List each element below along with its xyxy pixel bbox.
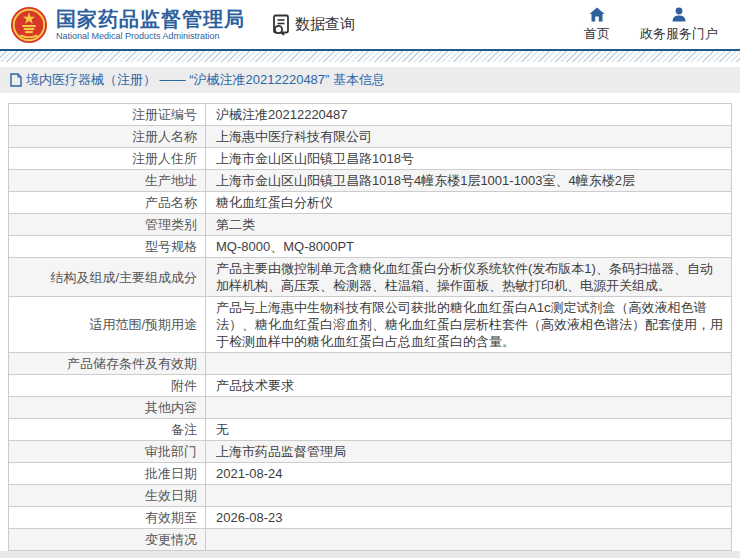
row-label: 附件 bbox=[9, 375, 206, 396]
table-row: 备注无 bbox=[9, 419, 731, 441]
page-icon bbox=[10, 73, 22, 87]
row-value: 上海市金山区山阳镇卫昌路1018号 bbox=[206, 148, 731, 169]
row-label: 适用范围/预期用途 bbox=[9, 297, 206, 352]
table-row: 有效期至2026-08-23 bbox=[9, 507, 731, 529]
row-value bbox=[206, 529, 731, 550]
table-row: 其他内容 bbox=[9, 397, 731, 419]
table-row: 产品储存条件及有效期 bbox=[9, 353, 731, 375]
row-value: 2021-08-24 bbox=[206, 463, 731, 484]
row-value: 产品与上海惠中生物科技有限公司获批的糖化血红蛋白A1c测定试剂盒（高效液相色谱法… bbox=[206, 297, 731, 352]
data-query-nav[interactable]: 数据查询 bbox=[271, 14, 355, 36]
table-row: 生产地址上海市金山区山阳镇卫昌路1018号4幢东楼1层1001-1003室、4幢… bbox=[9, 170, 731, 192]
row-label: 结构及组成/主要组成成分 bbox=[9, 258, 206, 296]
row-label: 管理类别 bbox=[9, 214, 206, 235]
nav-home-label: 首页 bbox=[584, 25, 610, 43]
table-row: 变更情况 bbox=[9, 529, 731, 551]
national-emblem-logo bbox=[10, 6, 48, 44]
row-label: 生产地址 bbox=[9, 170, 206, 191]
row-label: 其他内容 bbox=[9, 397, 206, 418]
table-row: 适用范围/预期用途产品与上海惠中生物科技有限公司获批的糖化血红蛋白A1c测定试剂… bbox=[9, 297, 731, 353]
row-label: 备注 bbox=[9, 419, 206, 440]
home-icon bbox=[589, 7, 605, 22]
table-row: 审批部门上海市药品监督管理局 bbox=[9, 441, 731, 463]
table-row: 产品名称糖化血红蛋白分析仪 bbox=[9, 192, 731, 214]
table-row: 管理类别第二类 bbox=[9, 214, 731, 236]
table-row: 生效日期 bbox=[9, 485, 731, 507]
row-value bbox=[206, 397, 731, 418]
table-row: 型号规格MQ-8000、MQ-8000PT bbox=[9, 236, 731, 258]
row-label: 注册人名称 bbox=[9, 126, 206, 147]
table-row: 批准日期2021-08-24 bbox=[9, 463, 731, 485]
data-query-label: 数据查询 bbox=[295, 15, 355, 34]
row-value bbox=[206, 353, 731, 374]
agency-name-en: National Medical Products Administration bbox=[56, 32, 245, 42]
nav-portal-label: 政务服务门户 bbox=[640, 25, 718, 43]
registration-info-table: 注册证编号沪械注准20212220487注册人名称上海惠中医疗科技有限公司注册人… bbox=[8, 103, 732, 558]
user-icon bbox=[671, 7, 687, 22]
row-value: 2026-08-23 bbox=[206, 507, 731, 528]
row-value bbox=[206, 485, 731, 506]
row-value: 产品技术要求 bbox=[206, 375, 731, 396]
nav-home[interactable]: 首页 bbox=[584, 7, 610, 43]
hatch-texture-band bbox=[0, 51, 740, 62]
table-row: 注册证编号沪械注准20212220487 bbox=[9, 104, 731, 126]
row-value: 糖化血红蛋白分析仪 bbox=[206, 192, 731, 213]
row-value: 无 bbox=[206, 419, 731, 440]
table-row: 注册人名称上海惠中医疗科技有限公司 bbox=[9, 126, 731, 148]
row-label: 注册证编号 bbox=[9, 104, 206, 125]
breadcrumb: 境内医疗器械（注册） —— “沪械注准20212220487” 基本信息 bbox=[0, 67, 740, 93]
row-label: 产品名称 bbox=[9, 192, 206, 213]
spacer bbox=[0, 93, 740, 103]
document-search-icon bbox=[271, 14, 291, 36]
agency-title-block: 国家药品监督管理局 National Medical Products Admi… bbox=[56, 8, 245, 42]
breadcrumb-text: 境内医疗器械（注册） —— “沪械注准20212220487” 基本信息 bbox=[26, 71, 385, 89]
top-nav: 首页 政务服务门户 bbox=[584, 7, 718, 43]
row-value: 上海市药品监督管理局 bbox=[206, 441, 731, 462]
row-label: 变更情况 bbox=[9, 529, 206, 550]
row-label: 注册人住所 bbox=[9, 148, 206, 169]
row-label: 生效日期 bbox=[9, 485, 206, 506]
row-label: 型号规格 bbox=[9, 236, 206, 257]
nav-gov-portal[interactable]: 政务服务门户 bbox=[640, 7, 718, 43]
table-row: 结构及组成/主要组成成分产品主要由微控制单元含糖化血红蛋白分析仪系统软件(发布版… bbox=[9, 258, 731, 297]
table-row: 附件产品技术要求 bbox=[9, 375, 731, 397]
row-value: 产品主要由微控制单元含糖化血红蛋白分析仪系统软件(发布版本1)、条码扫描器、自动… bbox=[206, 258, 731, 296]
row-label: 批准日期 bbox=[9, 463, 206, 484]
site-header: 国家药品监督管理局 National Medical Products Admi… bbox=[0, 0, 740, 51]
row-value: 第二类 bbox=[206, 214, 731, 235]
footer-strip bbox=[0, 551, 740, 558]
row-label: 有效期至 bbox=[9, 507, 206, 528]
row-label: 审批部门 bbox=[9, 441, 206, 462]
row-value: 沪械注准20212220487 bbox=[206, 104, 731, 125]
row-value: 上海市金山区山阳镇卫昌路1018号4幢东楼1层1001-1003室、4幢东楼2层 bbox=[206, 170, 731, 191]
table-row: 注册人住所上海市金山区山阳镇卫昌路1018号 bbox=[9, 148, 731, 170]
row-value: MQ-8000、MQ-8000PT bbox=[206, 236, 731, 257]
row-value: 上海惠中医疗科技有限公司 bbox=[206, 126, 731, 147]
agency-name-cn: 国家药品监督管理局 bbox=[56, 8, 245, 30]
row-label: 产品储存条件及有效期 bbox=[9, 353, 206, 374]
